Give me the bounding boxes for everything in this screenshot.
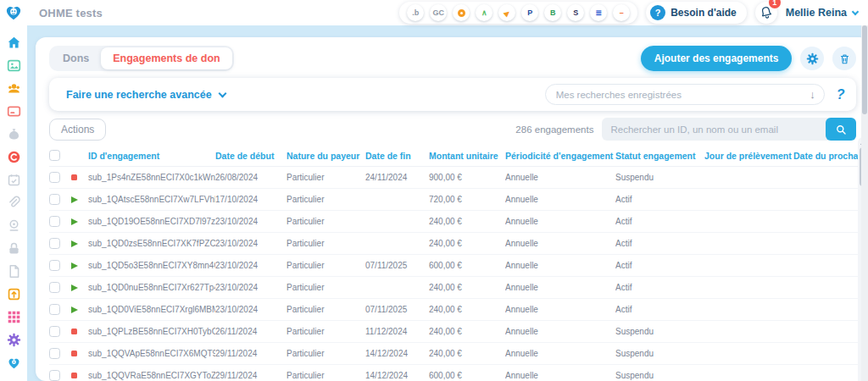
caret-icon[interactable]: ∧ (476, 4, 492, 21)
sidebar-item-lock[interactable] (7, 241, 21, 256)
cell-period: Annuelle (505, 239, 615, 248)
suspended-status-icon (71, 329, 77, 334)
table-row[interactable]: sub_1QPLzBE58nnECI7XH0TybCk126/11/2024Pa… (49, 321, 863, 343)
sidebar-item-paperclip[interactable] (7, 196, 21, 210)
table-row[interactable]: sub_1QD19OE58nnECI7XD7l97zlf23/10/2024Pa… (49, 211, 863, 233)
paypal-icon[interactable]: P (521, 4, 538, 21)
cell-amount: 240,00 € (429, 327, 505, 336)
saved-searches-input[interactable] (554, 89, 810, 101)
lines-icon[interactable]: ≣ (590, 4, 607, 21)
row-checkbox[interactable] (49, 172, 60, 183)
select-all-checkbox[interactable] (49, 150, 60, 161)
b-letter-icon[interactable]: B (544, 4, 561, 21)
cell-start: 23/10/2024 (215, 239, 287, 248)
table-row[interactable]: sub_1QD0nuE58nnECI7Xr627Tp4m23/10/2024Pa… (49, 277, 863, 299)
lock-icon (7, 241, 21, 256)
sidebar-item-contacts[interactable] (7, 81, 21, 96)
column-header-amount[interactable]: Montant unitaire (429, 151, 505, 161)
sidebar-item-calendar[interactable] (7, 173, 21, 187)
integrations-pill: .bGC∧▶PBS≣– (399, 2, 637, 24)
row-checkbox[interactable] (49, 370, 60, 381)
cell-status: Actif (615, 261, 704, 270)
row-checkbox[interactable] (49, 216, 60, 227)
table-row[interactable]: sub_1QD5o3E58nnECI7XY8mn4G0I23/10/2024Pa… (49, 255, 863, 277)
page-scrollbar[interactable] (861, 25, 868, 381)
table-row[interactable]: sub_1QQVApE58nnECI7X6MQT9WGG29/11/2024Pa… (49, 343, 863, 365)
help-button[interactable]: ? Besoin d'aide (646, 2, 747, 24)
delete-button[interactable] (832, 47, 856, 70)
table-row[interactable]: sub_1QD0ViE58nnECI7Xrgl6MBMf23/10/2024Pa… (49, 299, 863, 321)
sidebar-item-home[interactable] (7, 36, 21, 50)
cell-start: 23/10/2024 (215, 283, 287, 292)
table-row[interactable]: sub_1QQVRaE58nnECI7XGYToZj6c29/11/2024Pa… (49, 365, 863, 381)
sidebar-item-upload[interactable] (7, 287, 21, 301)
sidebar-item-money-bag[interactable] (7, 127, 21, 141)
row-checkbox[interactable] (49, 194, 60, 205)
help-question-icon[interactable]: ? (837, 87, 845, 102)
row-checkbox[interactable] (49, 304, 60, 315)
sidebar-item-coin[interactable] (7, 150, 21, 164)
row-checkbox[interactable] (49, 348, 60, 359)
sidebar-item-document[interactable] (7, 264, 21, 279)
cell-end: 11/12/2024 (365, 327, 429, 336)
column-header-day[interactable]: Jour de prélèvement (704, 151, 793, 161)
sidebar-item-ohme-heart[interactable] (7, 356, 21, 370)
cell-period: Annuelle (505, 283, 615, 292)
download-arrow-icon[interactable]: ↓ (810, 88, 815, 101)
saved-searches-select[interactable]: ↓ (545, 84, 825, 105)
row-checkbox[interactable] (49, 260, 60, 271)
settings-icon (7, 333, 21, 347)
actions-button[interactable]: Actions (49, 119, 106, 141)
column-header-end[interactable]: Date de fin (365, 151, 429, 161)
sidebar-item-media[interactable] (7, 58, 21, 73)
column-header-start[interactable]: Date de début (215, 151, 287, 161)
cell-status: Suspendu (615, 349, 704, 358)
ab-icon[interactable]: .b (407, 4, 424, 21)
table-row[interactable]: sub_1Ps4nZE58nnECI7X0c1kWnPD26/08/2024Pa… (49, 167, 863, 189)
column-header-period[interactable]: Périodicité d'engagement (505, 151, 615, 161)
gc-icon[interactable]: GC (430, 4, 447, 21)
table-row[interactable]: sub_1QD0zsE58nnECI7XK7fPZCT223/10/2024Pa… (49, 233, 863, 255)
gear-icon (806, 52, 819, 65)
cell-id: sub_1QD0ViE58nnECI7Xrgl6MBMf (88, 305, 215, 314)
main-content: Dons Engagements de don Ajouter des enga… (27, 25, 868, 381)
cell-payer: Particulier (287, 349, 365, 358)
settings-button[interactable] (800, 47, 824, 70)
table-row[interactable]: sub_1QAtscE58nnECI7Xw7LFVhBt17/10/2024Pa… (49, 189, 863, 211)
actions-row: Actions 286 engagements (49, 118, 856, 141)
ohme-logo-icon[interactable] (0, 3, 27, 22)
notifications-bell[interactable]: 1 (755, 2, 777, 24)
cell-amount: 240,00 € (429, 217, 505, 226)
table-search-input[interactable] (602, 124, 826, 135)
row-checkbox[interactable] (49, 326, 60, 337)
sidebar-item-profile[interactable] (7, 218, 21, 233)
cell-status: Actif (615, 217, 704, 226)
sidebar-item-apps-grid[interactable] (7, 310, 21, 324)
add-engagements-button[interactable]: Ajouter des engagements (641, 46, 793, 71)
plane-icon[interactable]: ▶ (498, 4, 515, 21)
ring-icon[interactable] (453, 4, 470, 21)
cell-amount: 240,00 € (429, 283, 505, 292)
tab-engagements-de-don[interactable]: Engagements de don (101, 47, 231, 69)
page-scrollbar-thumb[interactable] (862, 25, 867, 114)
user-menu[interactable]: Mellie Reina (786, 7, 858, 19)
stripe-icon[interactable]: S (567, 4, 584, 21)
cell-id: sub_1QD0nuE58nnECI7Xr627Tp4m (88, 283, 215, 292)
column-header-id[interactable]: ID d'engagement (88, 151, 215, 161)
column-header-next[interactable]: Date du procha (793, 151, 863, 161)
tab-dons[interactable]: Dons (51, 47, 101, 69)
sidebar-item-card[interactable] (7, 104, 21, 119)
chevron-down-icon (218, 89, 226, 97)
row-checkbox[interactable] (49, 238, 60, 249)
dash-icon[interactable]: – (613, 4, 630, 21)
table-body: sub_1Ps4nZE58nnECI7X0c1kWnPD26/08/2024Pa… (49, 167, 863, 381)
row-checkbox[interactable] (49, 282, 60, 293)
search-button[interactable] (826, 118, 856, 141)
column-header-payer[interactable]: Nature du payeur (287, 151, 365, 161)
column-header-status[interactable]: Statut engagement (615, 151, 704, 161)
cell-amount: 240,00 € (429, 239, 505, 248)
advanced-search-toggle[interactable]: Faire une recherche avancée (61, 88, 231, 102)
cell-start: 29/11/2024 (215, 349, 287, 358)
sidebar-item-settings[interactable] (7, 333, 21, 347)
active-status-icon (71, 262, 78, 269)
